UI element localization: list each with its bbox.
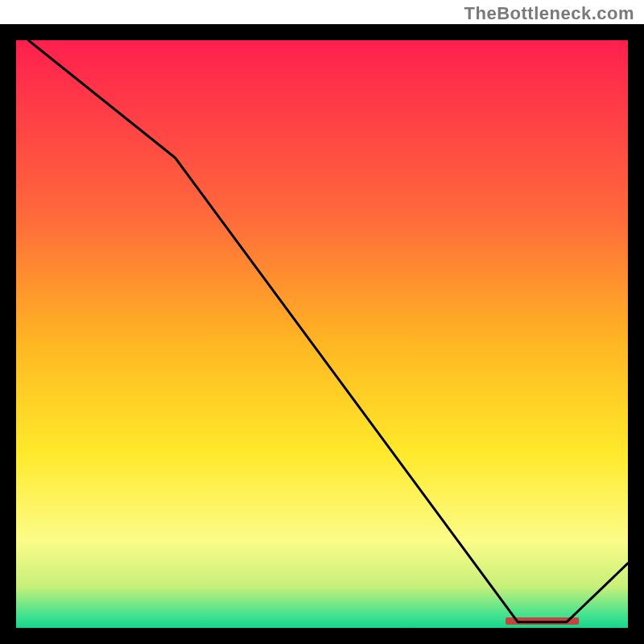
attribution-text: TheBottleneck.com [464, 3, 634, 24]
svg-rect-0 [0, 24, 644, 40]
plot-background [16, 40, 628, 628]
svg-rect-1 [0, 628, 644, 644]
chart-container: TheBottleneck.com [0, 0, 644, 644]
svg-rect-2 [0, 24, 16, 644]
bottleneck-chart [0, 0, 644, 644]
svg-rect-3 [628, 24, 644, 644]
